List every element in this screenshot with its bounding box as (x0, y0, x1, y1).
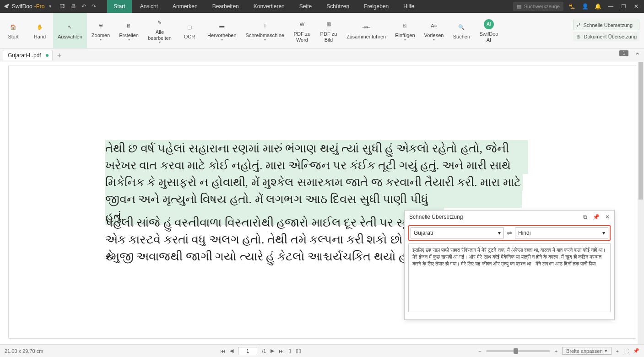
page-navigation: ⏮ ◀ /1 ▶ ⏭ ▯ ▯▯ (220, 347, 301, 355)
ribbon-schreibmaschine[interactable]: TSchreibmaschine▾ (241, 13, 289, 48)
edit-icon: ✎ (157, 16, 162, 28)
quick-access-toolbar: 🖫 🖶 ↶ ↷ (56, 3, 100, 10)
fullscreen-icon[interactable]: ⛶ (623, 348, 628, 354)
document-tab[interactable]: Gujarati-L.pdf (3, 50, 53, 60)
hand-icon: ✋ (37, 21, 43, 33)
page-dimensions: 21.00 x 29.70 cm (5, 348, 43, 354)
translation-output[interactable]: इसलिए छह साल पहले सहारा रेगिस्तान में मे… (408, 243, 611, 312)
vertical-scrollbar[interactable] (638, 62, 644, 344)
target-language-select[interactable]: Hindi▾ (515, 227, 608, 238)
chevron-down-icon: ▾ (602, 230, 605, 236)
scrollbar-thumb[interactable] (639, 62, 643, 200)
ribbon-ocr[interactable]: ▢OCR (176, 13, 203, 48)
menu-schuetzen[interactable]: Schützen (320, 0, 356, 13)
prev-page-icon[interactable]: ◀ (230, 348, 233, 354)
zoom-controls: − + Breite anpassen▾ + ⛶ 📌 (478, 347, 639, 355)
zoom-slider[interactable] (486, 350, 550, 352)
pin-icon[interactable]: 📌 (593, 214, 600, 220)
brand-name: SwifDoo (12, 3, 32, 10)
menu-start[interactable]: Start (107, 0, 131, 13)
ribbon-pdf-zu-word[interactable]: WPDF zu Word (289, 13, 315, 48)
body-text-line[interactable]: રમુજી અવાજથી જાગી ગયો ત્યારે હું કેટલો આ… (105, 248, 407, 265)
chevron-down-icon: ▾ (264, 38, 266, 42)
workspace: તેથી છ વર્ષ પહેલાં સહારાના રણમાં મારું ભ… (0, 62, 644, 344)
menu-anmerken[interactable]: Anmerken (166, 0, 204, 13)
panel-title: Schnelle Übersetzung (409, 214, 463, 220)
source-language-select[interactable]: Gujarati▾ (411, 227, 504, 238)
collapse-ribbon-icon[interactable]: ⌃ (634, 51, 640, 60)
quick-translate-panel: Schnelle Übersetzung ⧉ 📌 ✕ Gujarati▾ ⇌ H… (404, 210, 615, 320)
two-page-icon[interactable]: ▯▯ (296, 348, 301, 354)
ribbon-zusammenfuehren[interactable]: ⇥⇤Zusammenführen (342, 13, 390, 48)
ribbon: 🏠Start ✋Hand ↖Auswählen ⊕Zoomen▾ 🗎Erstel… (0, 13, 644, 49)
add-tab-button[interactable]: + (57, 51, 61, 60)
zoom-in-icon[interactable]: + (555, 348, 557, 354)
ribbon-zoomen[interactable]: ⊕Zoomen▾ (87, 13, 114, 48)
ribbon-suchen[interactable]: 🔍Suchen (448, 13, 475, 48)
ribbon-swifdoo-ai[interactable]: AISwifDoo AI (475, 13, 503, 48)
ribbon-auswaehlen[interactable]: ↖Auswählen (53, 13, 87, 48)
chevron-down-icon: ▾ (605, 348, 607, 354)
search-tools[interactable]: ▦ Suchwerkzeuge (513, 2, 563, 11)
minimize-icon[interactable]: — (606, 3, 615, 10)
bell-icon[interactable]: 🔔 (594, 3, 602, 10)
home-icon: 🏠 (10, 21, 16, 33)
word-icon: W (300, 18, 304, 30)
print-icon[interactable]: 🖶 (70, 3, 76, 10)
redo-icon[interactable]: ↷ (92, 3, 96, 10)
ribbon-einfuegen[interactable]: ⎘Einfügen▾ (390, 13, 419, 48)
save-icon[interactable]: 🖫 (60, 3, 65, 10)
ai-icon: AI (484, 18, 494, 30)
close-icon[interactable]: ✕ (632, 3, 640, 10)
doc-translate-button[interactable]: 🗎Dokument Übersetzung (573, 32, 639, 41)
ribbon-pdf-zu-bild[interactable]: ▧PDF zu Bild (315, 13, 342, 48)
panel-header: Schnelle Übersetzung ⧉ 📌 ✕ (405, 211, 614, 223)
menu-freigeben[interactable]: Freigeben (357, 0, 395, 13)
maximize-icon[interactable]: ☐ (619, 3, 628, 10)
tab-label: Gujarati-L.pdf (8, 52, 41, 59)
ribbon-vorlesen[interactable]: A»Vorlesen▾ (420, 13, 449, 48)
fit-mode-select[interactable]: Breite anpassen▾ (562, 347, 612, 355)
copy-icon[interactable]: ⧉ (583, 214, 587, 220)
title-bar: SwifDoo-Pro ▼ 🖫 🖶 ↶ ↷ Start Ansicht Anme… (0, 0, 644, 13)
ribbon-erstellen[interactable]: 🗎Erstellen▾ (114, 13, 143, 48)
app-logo: SwifDoo-Pro ▼ (0, 3, 56, 10)
menu-hilfe[interactable]: Hilfe (397, 0, 421, 13)
typewriter-icon: T (263, 20, 266, 32)
merge-icon: ⇥⇤ (362, 21, 370, 33)
user-icon[interactable]: 👤 (581, 3, 589, 10)
menu-seite[interactable]: Seite (293, 0, 318, 13)
actual-size-icon[interactable]: + (616, 348, 619, 354)
menu-ansicht[interactable]: Ansicht (134, 0, 164, 13)
pin-status-icon[interactable]: 📌 (633, 348, 639, 354)
ribbon-hand[interactable]: ✋Hand (27, 13, 53, 48)
zoom-handle[interactable] (514, 348, 518, 354)
image-icon: ▧ (326, 18, 331, 30)
titlebar-right: ▦ Suchwerkzeuge ⛍ 👤 🔔 — ☐ ✕ (513, 2, 644, 11)
swap-languages-icon[interactable]: ⇌ (507, 229, 512, 237)
single-page-icon[interactable]: ▯ (288, 348, 291, 354)
zoom-out-icon[interactable]: − (478, 348, 481, 354)
quick-translate-button[interactable]: ⇄Schnelle Übersetzung (573, 20, 639, 30)
menu-konvertieren[interactable]: Konvertieren (247, 0, 291, 13)
ribbon-hervorheben[interactable]: ▬Hervorheben▾ (203, 13, 241, 48)
menu-bearbeiten[interactable]: Bearbeiten (206, 0, 245, 13)
cart-icon[interactable]: ⛍ (568, 3, 576, 10)
page-input[interactable] (238, 347, 257, 355)
ribbon-translate-side: ⇄Schnelle Übersetzung 🗎Dokument Übersetz… (568, 13, 644, 48)
last-page-icon[interactable]: ⏭ (279, 348, 284, 354)
ribbon-alle-bearbeiten[interactable]: ✎Alle bearbeiten▾ (143, 13, 176, 48)
ribbon-start[interactable]: 🏠Start (0, 13, 27, 48)
brand-dropdown-icon[interactable]: ▼ (48, 4, 52, 9)
search-icon: 🔍 (458, 21, 465, 33)
chevron-down-icon: ▾ (128, 38, 130, 42)
close-panel-icon[interactable]: ✕ (605, 214, 610, 220)
brand-pro: -Pro (34, 3, 45, 10)
next-page-icon[interactable]: ▶ (271, 348, 274, 354)
zoom-icon: ⊕ (99, 20, 103, 32)
insert-icon: ⎘ (403, 20, 406, 32)
first-page-icon[interactable]: ⏮ (220, 348, 225, 354)
body-text-line[interactable]: પહેલી સાંજે હું વસ્તીવાળા વિસ્તારોથી હજા… (105, 214, 407, 231)
undo-icon[interactable]: ↶ (81, 3, 86, 10)
chevron-down-icon: ▾ (159, 40, 161, 44)
